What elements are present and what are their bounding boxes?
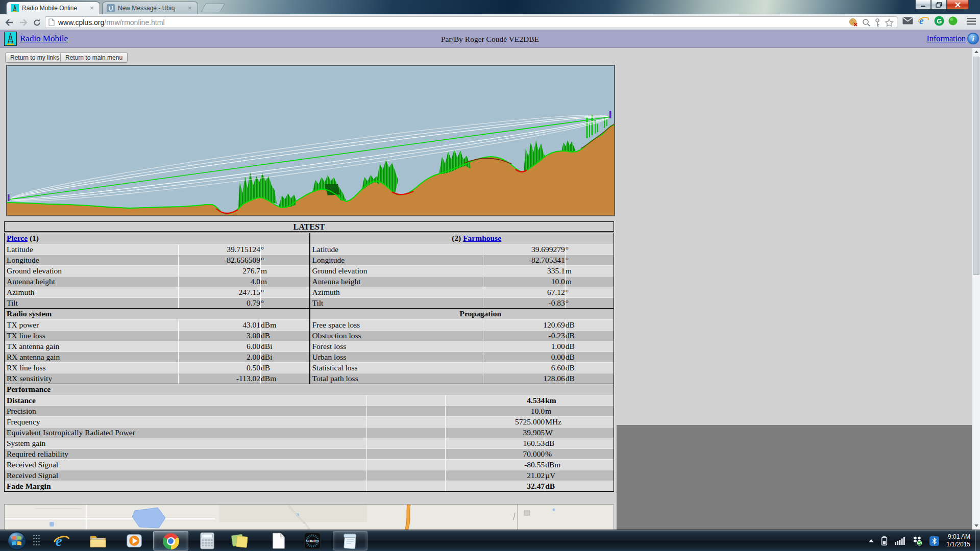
- reload-button[interactable]: [31, 16, 43, 29]
- site2-header: (2) Farmhouse: [310, 233, 614, 244]
- map-preview[interactable]: [4, 504, 614, 530]
- table-row: RX sensitivity-113.02dBm: [5, 373, 309, 384]
- row-label: RX line loss: [5, 363, 178, 373]
- information-link[interactable]: Information: [927, 34, 966, 43]
- taskbar-media-player-icon[interactable]: [125, 532, 143, 549]
- taskbar-explorer-icon[interactable]: [89, 532, 107, 549]
- site1-header: Pierce (1): [5, 233, 309, 244]
- sites-section: Pierce (1) Latitude39.715124° Longitude-…: [5, 233, 614, 309]
- table-row: System gain160.53dB: [5, 438, 614, 448]
- taskbar-sticky-notes-icon[interactable]: [231, 532, 249, 549]
- dropbox-icon[interactable]: [912, 536, 922, 546]
- row-value: -82.656509: [178, 255, 260, 265]
- table-row: Free space loss120.69dB: [310, 319, 614, 330]
- tx-site-marker: [8, 194, 10, 201]
- menu-hamburger-icon[interactable]: [967, 18, 976, 25]
- row-value: 128.06: [483, 373, 565, 384]
- radio-tower-favicon: [11, 4, 19, 12]
- row-unit: dBm: [260, 320, 309, 330]
- path-profile-chart: [6, 65, 615, 216]
- tab-radio-mobile[interactable]: Radio Mobile Online ×: [6, 2, 100, 14]
- row-label: Ground elevation: [5, 266, 178, 276]
- bluetooth-icon[interactable]: [929, 536, 939, 546]
- row-unit: dB: [565, 363, 614, 373]
- password-key-icon[interactable]: [874, 18, 880, 27]
- row-label: Urban loss: [310, 352, 483, 362]
- mail-extension-icon[interactable]: [902, 17, 913, 24]
- taskbar-document-icon[interactable]: [269, 532, 287, 549]
- address-bar[interactable]: www.cplus.org/rmw/rmonline.html: [45, 16, 897, 28]
- performance-section: Performance Distance4.534km Precision10.…: [5, 384, 614, 491]
- vertical-scrollbar[interactable]: [972, 48, 980, 530]
- maximize-button[interactable]: [931, 0, 947, 10]
- system-tray: 9:01 AM 1/1/2015: [869, 530, 980, 551]
- green-orb-extension-icon[interactable]: [948, 16, 958, 26]
- site2-link[interactable]: Farmhouse: [463, 234, 501, 242]
- start-button[interactable]: [7, 531, 27, 550]
- search-zoom-icon[interactable]: [862, 18, 870, 27]
- forward-button[interactable]: [17, 16, 30, 29]
- info-icon[interactable]: i: [967, 33, 979, 44]
- bookmark-star-icon[interactable]: [885, 18, 894, 27]
- row-unit: °: [260, 287, 309, 297]
- back-button[interactable]: [3, 16, 15, 29]
- grammarly-extension-icon[interactable]: G: [934, 16, 944, 26]
- tab-close-icon[interactable]: ×: [88, 5, 95, 12]
- tab-close-icon[interactable]: ×: [186, 5, 193, 12]
- table-row: Ground elevation276.7m: [5, 265, 309, 276]
- taskbar-clock[interactable]: 9:01 AM 1/1/2015: [946, 533, 970, 548]
- return-menu-button[interactable]: Return to main menu: [60, 53, 128, 63]
- row-value: 39.905: [445, 428, 545, 438]
- battery-icon[interactable]: [881, 536, 888, 546]
- minimize-button[interactable]: [915, 0, 931, 10]
- close-button[interactable]: [947, 0, 969, 10]
- row-unit: dB: [565, 320, 614, 330]
- tab-new-message[interactable]: New Message - Ubiq ×: [102, 2, 198, 14]
- row-label: RX antenna gain: [5, 352, 178, 362]
- tab-title: New Message - Ubiq: [118, 5, 186, 12]
- table-row: Longitude-82.705341°: [310, 255, 614, 265]
- scroll-up-button[interactable]: [972, 48, 980, 56]
- row-value: 39.715124: [178, 244, 260, 255]
- taskbar-chrome-active-slot[interactable]: [153, 531, 188, 550]
- return-links-button[interactable]: Return to my links: [5, 53, 64, 63]
- svg-text:SONOS: SONOS: [306, 539, 319, 543]
- row-unit: W: [545, 428, 614, 438]
- row-unit: dBm: [545, 460, 614, 470]
- scrollbar-thumb[interactable]: [973, 57, 979, 275]
- row-value: 160.53: [445, 438, 545, 448]
- performance-header: Performance: [5, 384, 614, 395]
- scroll-down-button[interactable]: [972, 522, 980, 530]
- row-unit: MHz: [545, 417, 614, 427]
- new-tab-button[interactable]: [201, 4, 225, 12]
- row-value: 120.69: [483, 320, 565, 330]
- site1-link[interactable]: Pierce: [7, 234, 28, 242]
- taskbar-notepad-slot[interactable]: [333, 531, 368, 550]
- table-row: RX line loss0.50dB: [5, 362, 309, 373]
- page-icon: [48, 18, 55, 26]
- byline-text: Par/By Roger Coudé VE2DBE: [441, 35, 539, 44]
- taskbar-calculator-icon[interactable]: [198, 532, 216, 549]
- table-row: TX power43.01dBm: [5, 319, 309, 330]
- table-row: Antenna height10.0m: [310, 276, 614, 287]
- taskbar-chrome-icon[interactable]: [163, 533, 179, 549]
- row-label: Longitude: [5, 255, 178, 265]
- taskbar-ie-icon[interactable]: e: [52, 532, 70, 549]
- network-signal-icon[interactable]: [895, 537, 905, 545]
- table-row: TX line loss3.00dB: [5, 330, 309, 341]
- radio-mobile-link[interactable]: Radio Mobile: [20, 34, 68, 44]
- row-unit: m: [260, 266, 309, 276]
- cookie-blocked-icon[interactable]: [849, 18, 858, 27]
- row-label: Distance: [5, 395, 366, 406]
- taskbar-sonos-icon[interactable]: SONOS: [303, 532, 322, 549]
- taskbar-notepad-icon[interactable]: [341, 533, 359, 550]
- row-unit: dB: [545, 481, 614, 491]
- row-unit: °: [565, 244, 614, 255]
- row-unit: dBm: [260, 373, 309, 384]
- url-path: /rmw/rmonline.html: [104, 18, 164, 27]
- page-header: Radio Mobile Par/By Roger Coudé VE2DBE I…: [0, 30, 980, 48]
- show-desktop-button[interactable]: [975, 530, 980, 551]
- ie-extension-icon[interactable]: e: [918, 15, 929, 27]
- row-value: 4.534: [445, 395, 545, 406]
- show-hidden-icons-arrow[interactable]: [869, 539, 874, 542]
